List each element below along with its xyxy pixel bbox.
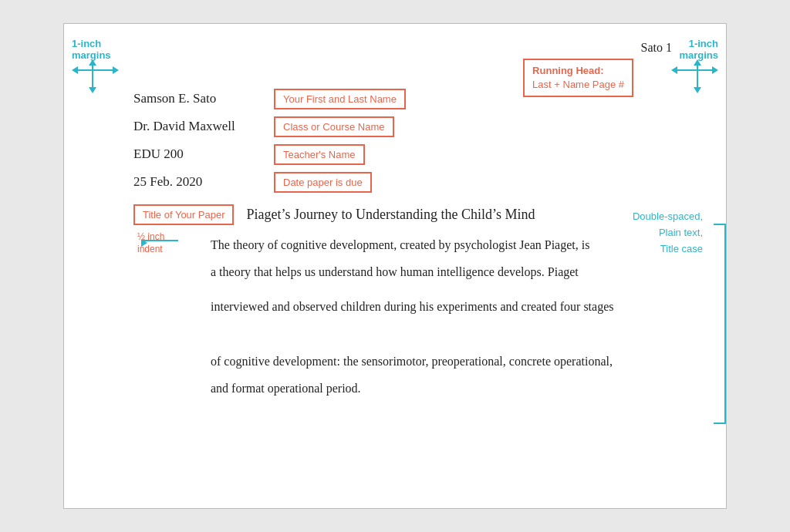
body-paragraph: The theory of cognitive development, cre… (180, 231, 703, 402)
indent-arrow-line (143, 240, 178, 241)
info-line-class: EDU 200 Teacher's Name (133, 141, 703, 167)
body-line-4: of cognitive development: the sensorimot… (211, 355, 613, 368)
info-line-date: 25 Feb. 2020 Date paper is due (133, 169, 703, 195)
content-area: Samson E. Sato Your First and Last Name … (133, 86, 703, 225)
class-name: EDU 200 (133, 146, 265, 162)
author-name: Samson E. Sato (133, 91, 265, 106)
right-bracket (714, 224, 726, 424)
right-margin-horiz-arrow (671, 66, 718, 74)
page: 1-inch margins 1-inch margins Sato 1 Run… (63, 23, 727, 509)
page-number: Sato 1 (641, 41, 672, 55)
right-margin-arrow (694, 38, 701, 93)
running-head-box: Running Head: Last + Name Page # (523, 59, 633, 97)
instructor-name: Dr. David Maxwell (133, 119, 265, 134)
running-head-label: Running Head: (532, 65, 603, 76)
body-first-line: The theory of cognitive development, cre… (211, 238, 589, 251)
body-line-3: interviewed and observed children during… (211, 293, 703, 320)
teacher-annotation: Teacher's Name (274, 144, 365, 165)
left-margin-arrow (89, 38, 96, 93)
course-annotation: Class or Course Name (274, 116, 394, 137)
date-annotation: Date paper is due (274, 172, 372, 193)
running-head-desc: Last + Name Page # (532, 79, 624, 90)
name-annotation: Your First and Last Name (274, 89, 406, 109)
info-line-course: Dr. David Maxwell Class or Course Name (133, 113, 703, 140)
left-margin-horiz-arrow (72, 66, 119, 74)
body-text-area: ½ inch indent The theory of cognitive de… (180, 231, 703, 402)
title-annotation: Title of Your Paper (133, 204, 234, 225)
paper-title: Piaget’s Journey to Understanding the Ch… (246, 207, 535, 223)
body-line-2: a theory that helps us understand how hu… (211, 265, 579, 278)
body-line-5: and format operational period. (211, 382, 361, 395)
date: 25 Feb. 2020 (133, 174, 265, 190)
title-line: Title of Your Paper Piaget’s Journey to … (133, 204, 703, 225)
